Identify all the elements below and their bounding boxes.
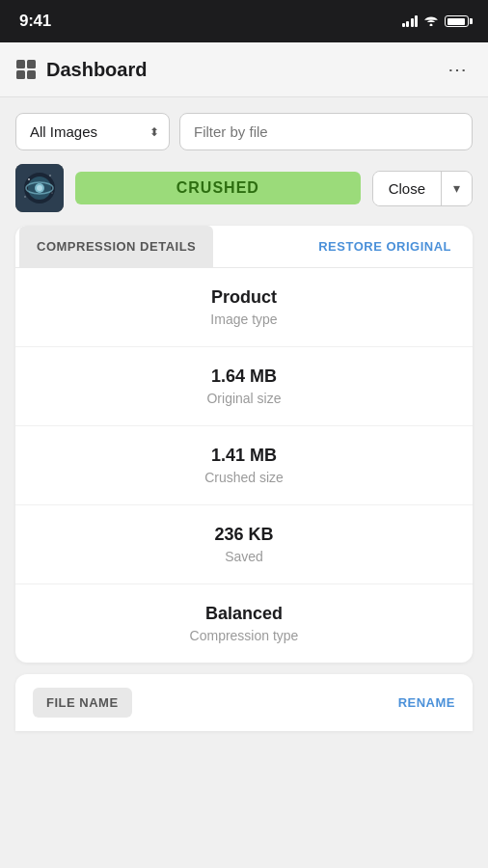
detail-row: 1.41 MB Crushed size <box>15 426 473 505</box>
svg-point-11 <box>49 175 51 176</box>
tab-restore-original[interactable]: RESTORE ORIGINAL <box>301 226 469 267</box>
detail-row: Balanced Compression type <box>15 584 473 663</box>
svg-point-9 <box>37 185 42 191</box>
detail-row: 1.64 MB Original size <box>15 347 473 426</box>
detail-value: Balanced <box>31 604 457 624</box>
chevron-down-icon: ▾ <box>453 180 460 196</box>
detail-value: 1.41 MB <box>31 446 457 466</box>
detail-label: Compression type <box>31 628 457 643</box>
main-content: All Images Crushed Original ⬍ <box>0 97 488 746</box>
status-time: 9:41 <box>19 12 51 31</box>
svg-point-12 <box>51 192 52 193</box>
tab-compression-details[interactable]: COMPRESSION DETAILS <box>19 226 213 267</box>
svg-rect-1 <box>27 60 36 68</box>
signal-icon <box>402 15 419 27</box>
file-name-tab-label: FILE NAME <box>33 688 132 718</box>
detail-row: 236 KB Saved <box>15 505 473 584</box>
battery-icon <box>445 15 469 27</box>
detail-value: 236 KB <box>31 525 457 545</box>
image-thumbnail <box>15 164 64 212</box>
file-name-card: FILE NAME RENAME <box>15 674 473 731</box>
compression-details-card: COMPRESSION DETAILS RESTORE ORIGINAL Pro… <box>15 226 473 663</box>
detail-label: Saved <box>31 549 457 564</box>
page-title: Dashboard <box>46 59 147 81</box>
detail-row: Product Image type <box>15 268 473 347</box>
detail-rows: Product Image type 1.64 MB Original size… <box>15 268 473 663</box>
wifi-icon <box>423 14 439 29</box>
detail-label: Image type <box>31 312 457 327</box>
detail-label: Original size <box>31 391 457 406</box>
close-button[interactable]: Close <box>373 172 442 205</box>
svg-rect-2 <box>16 70 25 79</box>
more-icon: ⋯ <box>447 58 469 81</box>
card-tabs: COMPRESSION DETAILS RESTORE ORIGINAL <box>15 226 473 268</box>
svg-rect-0 <box>16 60 25 68</box>
svg-rect-3 <box>27 70 36 79</box>
crushed-badge: CRUSHED <box>75 172 361 204</box>
status-icons <box>402 14 470 29</box>
rename-action[interactable]: RENAME <box>398 695 455 710</box>
image-filter-select-wrapper: All Images Crushed Original ⬍ <box>15 113 170 150</box>
status-bar: 9:41 <box>0 0 488 42</box>
header: Dashboard ⋯ <box>0 42 488 97</box>
image-filter-select[interactable]: All Images Crushed Original <box>16 114 169 149</box>
filter-by-file-input[interactable] <box>179 113 473 150</box>
more-options-button[interactable]: ⋯ <box>444 54 473 85</box>
svg-point-10 <box>28 178 30 180</box>
file-name-card-header: FILE NAME RENAME <box>15 674 473 731</box>
close-button-group: Close ▾ <box>372 171 473 206</box>
detail-value: 1.64 MB <box>31 366 457 387</box>
detail-label: Crushed size <box>31 470 457 485</box>
grid-icon <box>15 59 37 80</box>
detail-value: Product <box>31 287 457 308</box>
filter-row: All Images Crushed Original ⬍ <box>15 113 473 150</box>
image-row: CRUSHED Close ▾ <box>15 164 473 212</box>
header-left: Dashboard <box>15 59 147 81</box>
svg-point-13 <box>24 196 25 197</box>
close-dropdown-button[interactable]: ▾ <box>442 172 472 205</box>
